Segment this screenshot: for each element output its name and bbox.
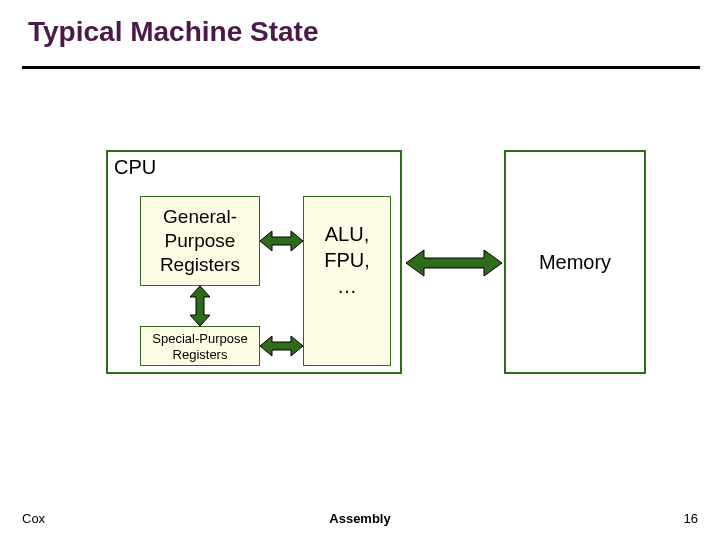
svg-marker-2: [260, 336, 303, 356]
memory-box: Memory: [504, 150, 646, 374]
arrow-cpu-memory: [406, 248, 502, 278]
svg-marker-3: [406, 250, 502, 276]
svg-marker-0: [260, 231, 303, 251]
alu-box: ALU,FPU,…: [303, 196, 391, 366]
arrow-gpr-spr: [188, 286, 212, 326]
gpr-box: General-PurposeRegisters: [140, 196, 260, 286]
arrow-spr-alu: [260, 334, 303, 358]
page-title: Typical Machine State: [28, 16, 318, 48]
arrow-gpr-alu: [260, 229, 303, 253]
cpu-label: CPU: [114, 156, 156, 179]
spr-box: Special-PurposeRegisters: [140, 326, 260, 366]
svg-marker-1: [190, 286, 210, 326]
footer-page-number: 16: [684, 511, 698, 526]
footer-topic: Assembly: [0, 511, 720, 526]
title-underline: [22, 66, 700, 69]
